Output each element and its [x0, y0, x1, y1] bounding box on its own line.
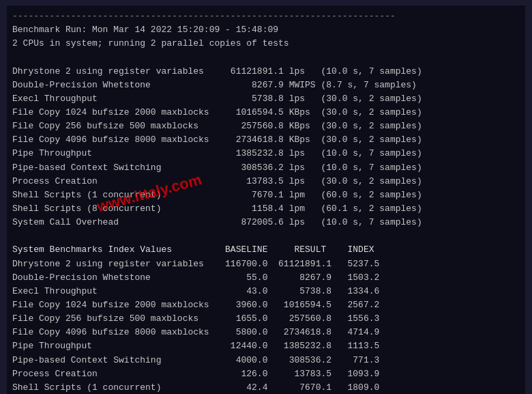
separator-top: ----------------------------------------… — [12, 10, 520, 23]
bench-row-9: Shell Scripts (1 concurrent) 7670.1 lpm … — [12, 188, 520, 202]
header-line2: 2 CPUs in system; running 2 parallel cop… — [12, 37, 520, 51]
index-row-7: Pipe-based Context Switching 4000.0 3085… — [12, 354, 520, 367]
bench-row-11: System Call Overhead 872005.6 lps (10.0 … — [12, 216, 520, 229]
terminal-output: { "terminal": { "separator_top": "------… — [7, 5, 525, 394]
index-row-0: Dhrystone 2 using register variables 116… — [12, 257, 520, 271]
bench-row-1: Double-Precision Whetstone 8267.9 MWIPS … — [12, 79, 520, 92]
index-row-6: Pipe Throughput 12440.0 1385232.8 1113.5 — [12, 339, 520, 353]
index-row-9: Shell Scripts (1 concurrent) 42.4 7670.1… — [12, 381, 520, 394]
index-row-5: File Copy 4096 bufsize 8000 maxblocks 58… — [12, 326, 520, 339]
bench-row-4: File Copy 256 bufsize 500 maxblocks 2575… — [12, 119, 520, 133]
index-row-3: File Copy 1024 bufsize 2000 maxblocks 39… — [12, 298, 520, 312]
bench-row-3: File Copy 1024 bufsize 2000 maxblocks 10… — [12, 106, 520, 119]
bench-row-2: Execl Throughput 5738.8 lps (30.0 s, 2 s… — [12, 92, 520, 106]
index-row-1: Double-Precision Whetstone 55.0 8267.9 1… — [12, 271, 520, 285]
index-row-2: Execl Throughput 43.0 5738.8 1334.6 — [12, 285, 520, 298]
index-header: System Benchmarks Index Values BASELINE … — [12, 243, 520, 257]
header-line1: Benchmark Run: Mon Mar 14 2022 15:20:09 … — [12, 23, 520, 37]
bench-row-10: Shell Scripts (8 concurrent) 1158.4 lpm … — [12, 202, 520, 216]
bench-row-0: Dhrystone 2 using register variables 611… — [12, 65, 520, 79]
bench-row-7: Pipe-based Context Switching 308536.2 lp… — [12, 161, 520, 175]
index-row-8: Process Creation 126.0 13783.5 1093.9 — [12, 367, 520, 381]
bench-row-5: File Copy 4096 bufsize 8000 maxblocks 27… — [12, 133, 520, 147]
bench-row-6: Pipe Throughput 1385232.8 lps (10.0 s, 7… — [12, 147, 520, 160]
bench-row-8: Process Creation 13783.5 lps (30.0 s, 2 … — [12, 175, 520, 188]
index-row-4: File Copy 256 bufsize 500 maxblocks 1655… — [12, 312, 520, 326]
